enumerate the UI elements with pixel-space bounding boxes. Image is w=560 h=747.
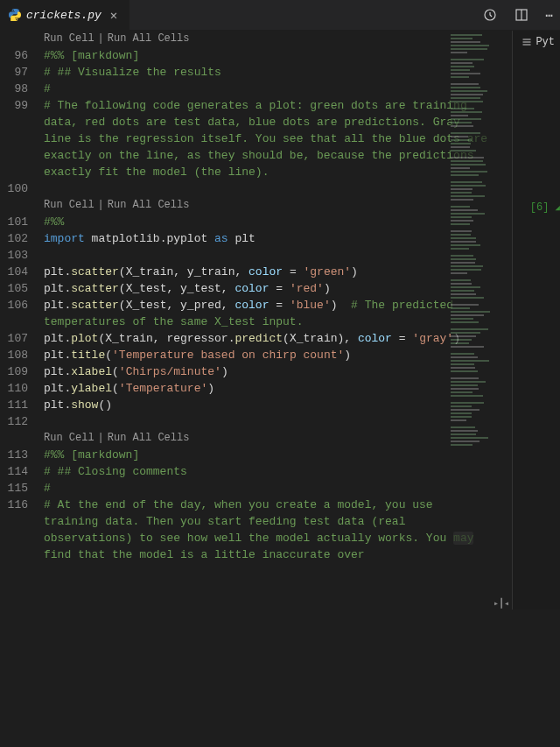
line-content: #%% — [44, 214, 492, 230]
line-number: 96 — [0, 47, 44, 64]
split-handle-icon[interactable]: ▸┃◂ — [494, 598, 511, 605]
codelens[interactable]: Run Cell|Run All Cells — [44, 31, 490, 47]
code-line[interactable]: 116# At the end of the day, when you cre… — [0, 497, 492, 563]
line-content — [44, 180, 492, 197]
line-number: 105 — [0, 280, 44, 297]
line-content: plt.scatter(X_test, y_test, color = 'red… — [44, 280, 492, 297]
codelens[interactable]: Run Cell|Run All Cells — [44, 430, 490, 447]
line-content: # — [44, 480, 492, 497]
line-content: Run Cell|Run All Cells — [44, 31, 492, 47]
code-line[interactable]: Run Cell|Run All Cells — [0, 31, 492, 47]
line-number: 102 — [0, 230, 44, 247]
tab-bar-actions: ⋯ — [483, 8, 560, 23]
line-number — [0, 430, 44, 447]
line-number: 98 — [0, 81, 44, 97]
line-content: # ## Visualize the results — [44, 64, 492, 81]
line-number: 99 — [0, 97, 44, 180]
line-content: import matplotlib.pyplot as plt — [44, 230, 492, 247]
code-line[interactable]: 107plt.plot(X_train, regressor.predict(X… — [0, 330, 492, 347]
line-number: 107 — [0, 330, 44, 347]
code-line[interactable]: 114# ## Closing comments — [0, 463, 492, 480]
line-number: 109 — [0, 363, 44, 380]
line-number: 110 — [0, 380, 44, 397]
line-number — [0, 197, 44, 214]
line-number: 108 — [0, 347, 44, 363]
line-number: 112 — [0, 413, 44, 430]
code-line[interactable]: 96#%% [markdown] — [0, 47, 492, 64]
tab-filename: crickets.py — [26, 9, 102, 22]
code-line[interactable]: 102import matplotlib.pyplot as plt — [0, 230, 492, 247]
line-number: 97 — [0, 64, 44, 81]
code-line[interactable]: 113#%% [markdown] — [0, 447, 492, 463]
line-number: 103 — [0, 247, 44, 264]
language-label: Pyt — [536, 36, 555, 48]
code-line[interactable]: 104plt.scatter(X_train, y_train, color =… — [0, 264, 492, 280]
code-line[interactable]: 101#%% — [0, 214, 492, 230]
code-line[interactable]: 111plt.show() — [0, 397, 492, 413]
editor-main: Run Cell|Run All Cells96#%% [markdown]97… — [0, 31, 560, 610]
code-line[interactable]: 109plt.xlabel('Chirps/minute') — [0, 363, 492, 380]
line-content: Run Cell|Run All Cells — [44, 197, 492, 214]
line-content: plt.scatter(X_train, y_train, color = 'g… — [44, 264, 492, 280]
line-content: #%% [markdown] — [44, 47, 492, 64]
line-content: plt.scatter(X_test, y_pred, color = 'blu… — [44, 297, 492, 330]
line-content: plt.title('Temperature based on chirp co… — [44, 347, 492, 363]
code-line[interactable]: 110plt.ylabel('Temperature') — [0, 380, 492, 397]
right-panel: Pyt [6] ◢ — [512, 31, 560, 610]
line-number — [0, 31, 44, 47]
line-content: # — [44, 81, 492, 97]
code-line[interactable]: 112 — [0, 413, 492, 430]
python-file-icon — [9, 9, 21, 21]
codelens[interactable]: Run Cell|Run All Cells — [44, 197, 490, 214]
code-line[interactable]: 99# The following code generates a plot:… — [0, 97, 492, 180]
line-content: # The following code generates a plot: g… — [44, 97, 492, 180]
line-content: plt.plot(X_train, regressor.predict(X_tr… — [44, 330, 492, 347]
line-content: #%% [markdown] — [44, 447, 492, 463]
line-number: 114 — [0, 463, 44, 480]
right-panel-header[interactable]: Pyt — [513, 31, 560, 53]
code-line[interactable]: Run Cell|Run All Cells — [0, 430, 492, 447]
line-content — [44, 413, 492, 430]
line-number: 116 — [0, 497, 44, 563]
editor-app: crickets.py ✕ ⋯ Run Cell|Run All Cells96… — [0, 0, 560, 610]
line-number: 113 — [0, 447, 44, 463]
minimap[interactable] — [451, 31, 508, 610]
code-line[interactable]: 106plt.scatter(X_test, y_pred, color = '… — [0, 297, 492, 330]
line-content: plt.xlabel('Chirps/minute') — [44, 363, 492, 380]
code-line[interactable]: Run Cell|Run All Cells — [0, 197, 492, 214]
file-tab[interactable]: crickets.py ✕ — [0, 0, 130, 31]
line-number: 115 — [0, 480, 44, 497]
line-content: # At the end of the day, when you create… — [44, 497, 492, 563]
tab-bar: crickets.py ✕ ⋯ — [0, 0, 560, 31]
compare-icon[interactable] — [483, 8, 497, 22]
menu-icon — [522, 37, 532, 47]
code-line[interactable]: 103 — [0, 247, 492, 264]
code-line[interactable]: 105plt.scatter(X_test, y_test, color = '… — [0, 280, 492, 297]
code-line[interactable]: 97# ## Visualize the results — [0, 64, 492, 81]
tab-close-icon[interactable]: ✕ — [107, 8, 121, 23]
code-line[interactable]: 100 — [0, 180, 492, 197]
code-line[interactable]: 115# — [0, 480, 492, 497]
code-line[interactable]: 98# — [0, 81, 492, 97]
line-number: 111 — [0, 397, 44, 413]
split-editor-icon[interactable] — [514, 8, 528, 22]
line-content: # ## Closing comments — [44, 463, 492, 480]
line-number: 101 — [0, 214, 44, 230]
line-content: plt.ylabel('Temperature') — [44, 380, 492, 397]
line-content — [44, 247, 492, 264]
cell-execution-indicator: [6] ◢ — [530, 201, 560, 214]
line-number: 104 — [0, 264, 44, 280]
line-content: Run Cell|Run All Cells — [44, 430, 492, 447]
line-content: plt.show() — [44, 397, 492, 413]
more-actions-icon[interactable]: ⋯ — [546, 8, 553, 23]
line-number: 106 — [0, 297, 44, 330]
line-number: 100 — [0, 180, 44, 197]
code-line[interactable]: 108plt.title('Temperature based on chirp… — [0, 347, 492, 363]
